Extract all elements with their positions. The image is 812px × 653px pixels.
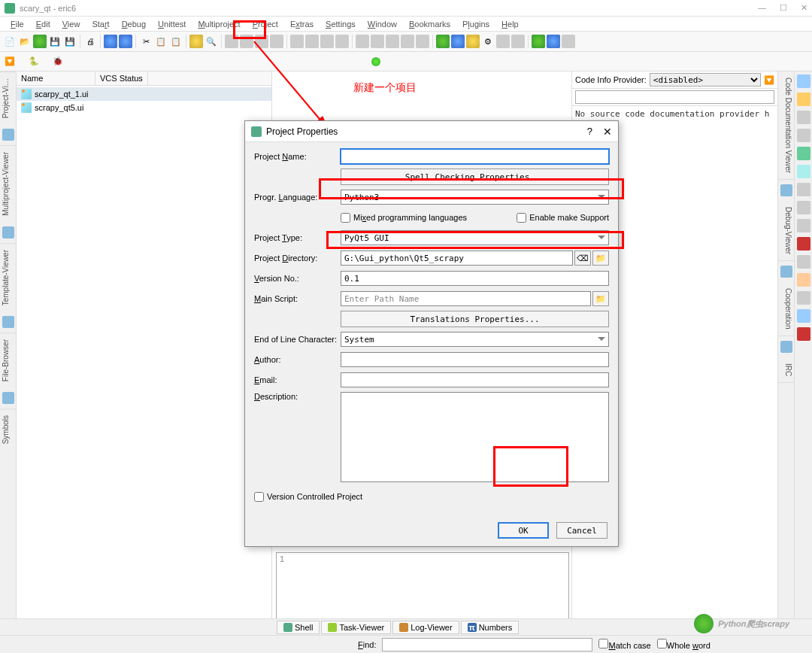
match-case-checkbox[interactable] [598, 639, 608, 648]
dialog-help-button[interactable]: ? [587, 126, 592, 137]
make-checkbox[interactable] [517, 213, 526, 223]
eol-select[interactable]: System [341, 332, 609, 347]
tab-task-viewer[interactable]: Task-Viewer [321, 621, 391, 634]
menu-debug[interactable]: Debug [116, 18, 152, 30]
tab-icon[interactable] [780, 184, 792, 196]
tb-cut-icon[interactable]: ✂ [139, 35, 153, 48]
tool-icon[interactable] [797, 147, 810, 160]
tb-print-icon[interactable]: 🖨 [83, 35, 97, 48]
author-input[interactable] [341, 352, 609, 367]
tab-numbers[interactable]: πNumbers [461, 621, 520, 634]
menu-start[interactable]: Start [86, 18, 115, 30]
tb-filter-icon[interactable]: 🔽 [5, 56, 15, 66]
tab-project-viewer[interactable]: Project-Vi… [0, 71, 16, 124]
tb-open-icon[interactable]: 📂 [18, 35, 32, 48]
close-button[interactable]: ✕ [801, 3, 807, 13]
tab-icon[interactable] [2, 392, 14, 404]
tool-icon[interactable] [797, 255, 810, 269]
tool-icon[interactable] [797, 219, 810, 232]
tab-irc[interactable]: IRC [778, 357, 794, 383]
version-input[interactable] [341, 271, 609, 286]
tb-run-icon[interactable] [33, 35, 47, 48]
tb-icon[interactable] [436, 35, 450, 48]
menu-bookmarks[interactable]: Bookmarks [403, 18, 456, 30]
col-name[interactable]: Name [17, 71, 95, 85]
menu-settings[interactable]: Settings [320, 18, 362, 30]
tb-saveall-icon[interactable]: 💾 [63, 35, 77, 48]
browse-icon[interactable]: 📁 [592, 291, 609, 306]
tool-icon[interactable] [797, 93, 810, 106]
tb-bug-icon[interactable]: 🐞 [53, 56, 63, 66]
translations-button[interactable]: Translations Properties... [341, 311, 609, 327]
menu-window[interactable]: Window [362, 18, 403, 30]
col-vcs[interactable]: VCS Status [95, 71, 148, 85]
tb-copy-icon[interactable]: 📋 [154, 35, 168, 48]
mixed-lang-checkbox[interactable] [341, 213, 350, 223]
menu-view[interactable]: View [56, 18, 86, 30]
tool-icon[interactable] [797, 309, 810, 323]
info-provider-select[interactable]: <disabled> [650, 73, 761, 87]
ok-button[interactable]: OK [498, 522, 549, 539]
bug-icon[interactable] [797, 237, 810, 251]
tb-redo-icon[interactable] [119, 35, 132, 48]
tool-icon[interactable] [797, 327, 810, 341]
tool-icon[interactable] [797, 74, 810, 88]
tab-icon[interactable] [2, 316, 14, 328]
menu-extras[interactable]: Extras [284, 18, 320, 30]
tab-icon[interactable] [2, 129, 14, 141]
tb-icon[interactable] [401, 35, 414, 48]
tab-code-doc[interactable]: Code Documentation Viewer [778, 71, 794, 180]
py-icon[interactable]: 🐍 [29, 56, 39, 66]
tab-log-viewer[interactable]: Log-Viewer [392, 621, 459, 634]
tb-icon[interactable] [371, 35, 384, 48]
menu-edit[interactable]: Edit [30, 18, 56, 30]
tab-multiproject-viewer[interactable]: Multiproject-Viewer [0, 145, 16, 222]
filter-icon[interactable]: 🔽 [764, 75, 774, 85]
menu-plugins[interactable]: Plugins [456, 18, 495, 30]
tab-shell[interactable]: Shell [277, 621, 320, 634]
editor-pane-2[interactable]: 1 [276, 552, 569, 627]
description-textarea[interactable] [341, 392, 609, 482]
tb-search-icon[interactable] [189, 35, 203, 48]
tool-icon[interactable] [797, 165, 810, 178]
tab-template-viewer[interactable]: Template-Viewer [0, 243, 16, 311]
project-name-input[interactable] [341, 149, 609, 164]
minimize-button[interactable]: — [758, 3, 766, 13]
tool-icon[interactable] [797, 111, 810, 124]
email-input[interactable] [341, 372, 609, 387]
maximize-button[interactable]: ☐ [780, 3, 787, 13]
menu-help[interactable]: Help [495, 18, 525, 30]
tb-icon[interactable] [356, 35, 369, 48]
tab-icon[interactable] [2, 226, 14, 238]
vcs-checkbox[interactable] [254, 492, 264, 502]
file-item[interactable]: scrapy_qt5.ui [17, 101, 271, 114]
tb-icon[interactable] [532, 35, 545, 48]
cancel-button[interactable]: Cancel [556, 522, 607, 539]
browse-icon[interactable]: 📁 [592, 251, 609, 266]
tab-cooperation[interactable]: Cooperation [778, 282, 794, 336]
tab-debug-viewer[interactable]: Debug-Viewer [778, 201, 794, 261]
menu-unittest[interactable]: Unittest [152, 18, 192, 30]
tab-file-browser[interactable]: File-Browser [0, 333, 16, 387]
tb-new-icon[interactable]: 📄 [3, 35, 17, 48]
tb-icon[interactable] [562, 35, 575, 48]
tb-icon[interactable] [466, 35, 480, 48]
tb-paste-icon[interactable]: 📋 [169, 35, 183, 48]
tab-icon[interactable] [780, 266, 792, 278]
tab-symbols[interactable]: Symbols [0, 409, 16, 450]
tb-icon[interactable]: ⚙ [481, 35, 495, 48]
py-icon[interactable] [797, 273, 810, 287]
file-item[interactable]: scarpy_qt_1.ui [17, 87, 271, 101]
whole-word-checkbox[interactable] [657, 639, 667, 648]
tb-icon[interactable] [416, 35, 429, 48]
clear-icon[interactable]: ⌫ [574, 251, 591, 266]
tab-icon[interactable] [780, 341, 792, 353]
tb-save-icon[interactable]: 💾 [48, 35, 62, 48]
tool-icon[interactable] [797, 291, 810, 305]
tool-icon[interactable] [797, 201, 810, 214]
dialog-close-button[interactable]: ✕ [603, 126, 612, 138]
tb-icon[interactable] [511, 35, 525, 48]
tb-icon[interactable] [496, 35, 510, 48]
tb-icon[interactable] [386, 35, 399, 48]
find-input[interactable] [382, 638, 592, 651]
